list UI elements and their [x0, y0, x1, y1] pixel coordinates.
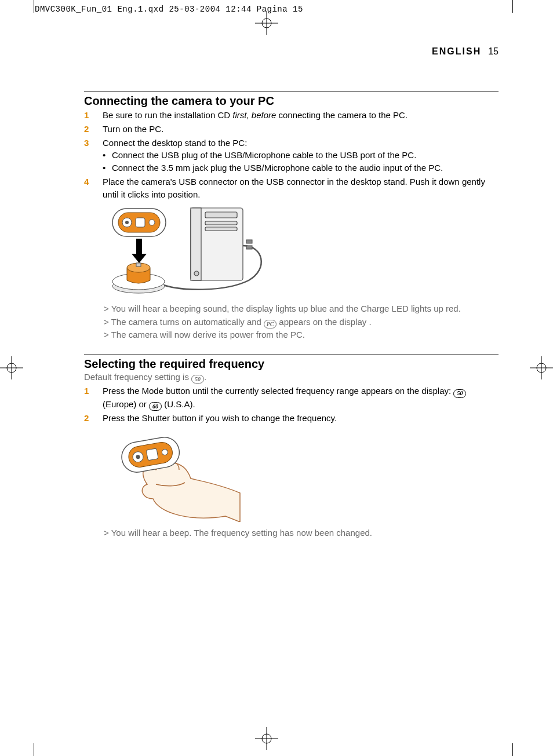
svg-rect-24: [136, 239, 142, 254]
step-1: 1 Press the Mode button until the curren…: [84, 385, 499, 411]
svg-rect-13: [191, 208, 201, 280]
section-title-connecting: Connecting the camera to your PC: [84, 94, 499, 108]
section-rule: [84, 92, 499, 92]
freq-60-icon: 60: [149, 402, 162, 411]
step-text: Turn on the PC.: [103, 123, 499, 136]
freq-50-icon: 50: [191, 375, 204, 384]
pc-icon: PC: [264, 320, 276, 328]
svg-rect-18: [246, 240, 252, 243]
step-3: 3 Connect the desktop stand to the PC: C…: [84, 137, 499, 174]
page-content: ENGLISH15 Connecting the camera to your …: [84, 46, 499, 540]
step-text: Place the camera's USB connector on the …: [103, 176, 499, 201]
registration-mark-right: [530, 356, 553, 379]
result-notes-connecting: You will hear a beeping sound, the displ…: [84, 302, 499, 342]
step-text: Press the Mode button until the currentl…: [103, 385, 499, 411]
svg-point-31: [149, 220, 155, 225]
note: You will hear a beep. The frequency sett…: [104, 527, 499, 540]
svg-point-29: [125, 221, 129, 224]
result-notes-frequency: You will hear a beep. The frequency sett…: [84, 527, 499, 540]
step-number: 4: [84, 176, 92, 188]
steps-list-connecting: 1 Be sure to run the installation CD fir…: [84, 109, 499, 200]
note: The camera turns on automatically and PC…: [104, 316, 499, 329]
running-head: ENGLISH15: [84, 46, 499, 57]
page-number: 15: [488, 46, 499, 56]
substep: Connect the 3.5 mm jack plug the USB/Mic…: [103, 163, 443, 173]
svg-rect-30: [136, 218, 145, 227]
note: The camera will now derive its power fro…: [104, 328, 499, 342]
svg-rect-14: [205, 212, 237, 218]
section-title-frequency: Selecting the required frequency: [84, 357, 499, 371]
step-2: 2 Press the Shutter button if you wish t…: [84, 412, 499, 425]
steps-list-frequency: 1 Press the Mode button until the curren…: [84, 385, 499, 425]
language-label: ENGLISH: [432, 46, 481, 56]
illustration-hand-camera: [104, 429, 499, 522]
file-slug: DMVC300K_Fun_01 Eng.1.qxd 25-03-2004 12:…: [35, 5, 303, 14]
registration-mark-left: [0, 356, 23, 379]
step-text: Connect the desktop stand to the PC: Con…: [103, 137, 499, 174]
registration-mark-top: [255, 12, 278, 35]
step-2: 2 Turn on the PC.: [84, 123, 499, 136]
svg-rect-16: [205, 227, 237, 231]
note: You will hear a beeping sound, the displ…: [104, 302, 499, 316]
step-number: 2: [84, 123, 92, 136]
svg-rect-19: [246, 246, 252, 249]
section-rule: [84, 355, 499, 355]
step-number: 2: [84, 412, 92, 425]
step-number: 3: [84, 137, 92, 149]
illustration-camera-pc: [104, 205, 499, 298]
step-number: 1: [84, 385, 92, 397]
step-4: 4 Place the camera's USB connector on th…: [84, 176, 499, 201]
svg-point-17: [194, 271, 199, 276]
svg-rect-15: [205, 221, 237, 225]
svg-rect-36: [146, 448, 158, 461]
step-1: 1 Be sure to run the installation CD fir…: [84, 109, 499, 122]
intro-text: Default frequency setting is 50.: [84, 372, 499, 384]
svg-marker-25: [132, 254, 147, 263]
step-text: Be sure to run the installation CD first…: [103, 109, 499, 122]
freq-50-icon: 50: [453, 389, 466, 398]
svg-rect-23: [136, 263, 141, 266]
substep: Connect the USB plug of the USB/Micropho…: [103, 150, 416, 160]
step-text: Press the Shutter button if you wish to …: [103, 412, 499, 425]
registration-mark-bottom: [255, 727, 278, 750]
step-number: 1: [84, 109, 92, 122]
